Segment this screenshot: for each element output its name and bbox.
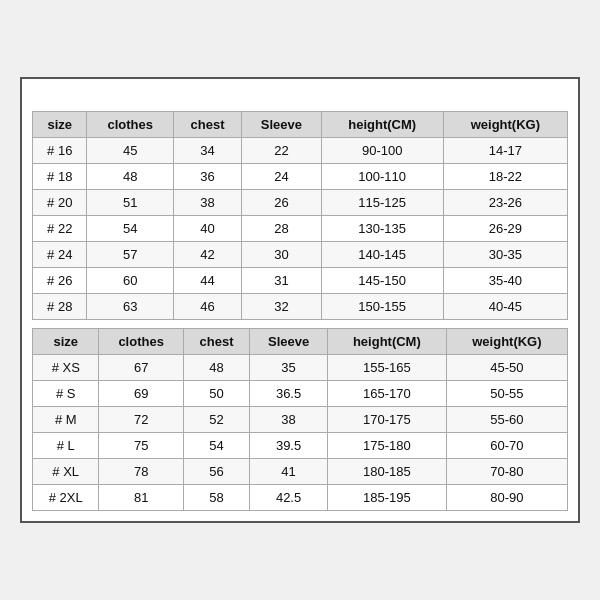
table-cell: 60 [87, 268, 173, 294]
table-cell: # 16 [33, 138, 87, 164]
table-row: # XL785641180-18570-80 [33, 459, 568, 485]
table-cell: 35 [250, 355, 328, 381]
column-header: height(CM) [321, 112, 443, 138]
table-cell: # 18 [33, 164, 87, 190]
table-cell: 45 [87, 138, 173, 164]
table-cell: 70-80 [446, 459, 567, 485]
column-header: clothes [99, 329, 183, 355]
table-cell: 26 [242, 190, 322, 216]
table-cell: 130-135 [321, 216, 443, 242]
table-cell: # XS [33, 355, 99, 381]
table-cell: 14-17 [443, 138, 567, 164]
table-cell: 50-55 [446, 381, 567, 407]
table-cell: 54 [87, 216, 173, 242]
table-cell: # XL [33, 459, 99, 485]
chart-title [32, 89, 568, 111]
table-cell: 52 [183, 407, 249, 433]
table-cell: 18-22 [443, 164, 567, 190]
table-cell: 51 [87, 190, 173, 216]
table-cell: 23-26 [443, 190, 567, 216]
table-cell: 28 [242, 216, 322, 242]
table-cell: 41 [250, 459, 328, 485]
table-cell: 170-175 [327, 407, 446, 433]
table-cell: 22 [242, 138, 322, 164]
table-cell: # 24 [33, 242, 87, 268]
table-cell: 56 [183, 459, 249, 485]
table-cell: 58 [183, 485, 249, 511]
table-row: # 28634632150-15540-45 [33, 294, 568, 320]
table2-header-row: sizeclotheschestSleeveheight(CM)weight(K… [33, 329, 568, 355]
table-cell: 185-195 [327, 485, 446, 511]
table-cell: 150-155 [321, 294, 443, 320]
table-cell: 48 [183, 355, 249, 381]
table-row: # S695036.5165-17050-55 [33, 381, 568, 407]
table-cell: 63 [87, 294, 173, 320]
column-header: size [33, 112, 87, 138]
table-cell: 36.5 [250, 381, 328, 407]
table-cell: 55-60 [446, 407, 567, 433]
table-row: # 2XL815842.5185-19580-90 [33, 485, 568, 511]
table-row: # 24574230140-14530-35 [33, 242, 568, 268]
table-cell: 40-45 [443, 294, 567, 320]
table-cell: 175-180 [327, 433, 446, 459]
column-header: height(CM) [327, 329, 446, 355]
table-cell: 40 [173, 216, 241, 242]
table-cell: 24 [242, 164, 322, 190]
size-table-2: sizeclotheschestSleeveheight(CM)weight(K… [32, 328, 568, 511]
table-cell: 36 [173, 164, 241, 190]
column-header: weight(KG) [446, 329, 567, 355]
table-cell: 48 [87, 164, 173, 190]
table-cell: 78 [99, 459, 183, 485]
table-cell: 75 [99, 433, 183, 459]
table-cell: 31 [242, 268, 322, 294]
table-cell: 54 [183, 433, 249, 459]
table-cell: 165-170 [327, 381, 446, 407]
column-header: chest [183, 329, 249, 355]
table-row: # 22544028130-13526-29 [33, 216, 568, 242]
table-cell: 140-145 [321, 242, 443, 268]
table-cell: # 26 [33, 268, 87, 294]
table-cell: # M [33, 407, 99, 433]
size-table-1: sizeclotheschestSleeveheight(CM)weight(K… [32, 111, 568, 320]
column-header: chest [173, 112, 241, 138]
table-cell: 44 [173, 268, 241, 294]
table-cell: 100-110 [321, 164, 443, 190]
table-cell: 45-50 [446, 355, 567, 381]
table-cell: # 20 [33, 190, 87, 216]
table-cell: 42.5 [250, 485, 328, 511]
table-cell: 35-40 [443, 268, 567, 294]
table-row: # XS674835155-16545-50 [33, 355, 568, 381]
table-cell: 38 [173, 190, 241, 216]
table-cell: # 22 [33, 216, 87, 242]
table-row: # 26604431145-15035-40 [33, 268, 568, 294]
table-cell: 50 [183, 381, 249, 407]
table-cell: # S [33, 381, 99, 407]
column-header: Sleeve [242, 112, 322, 138]
table-cell: 67 [99, 355, 183, 381]
table-cell: 69 [99, 381, 183, 407]
table-cell: 145-150 [321, 268, 443, 294]
column-header: size [33, 329, 99, 355]
table-cell: 46 [173, 294, 241, 320]
table-cell: 60-70 [446, 433, 567, 459]
table-cell: 57 [87, 242, 173, 268]
column-header: weight(KG) [443, 112, 567, 138]
chart-container: sizeclotheschestSleeveheight(CM)weight(K… [20, 77, 580, 523]
table1-header-row: sizeclotheschestSleeveheight(CM)weight(K… [33, 112, 568, 138]
table-row: # 1645342290-10014-17 [33, 138, 568, 164]
table-row: # M725238170-17555-60 [33, 407, 568, 433]
table-row: # 18483624100-11018-22 [33, 164, 568, 190]
column-header: clothes [87, 112, 173, 138]
table-cell: 155-165 [327, 355, 446, 381]
table-cell: # 2XL [33, 485, 99, 511]
column-header: Sleeve [250, 329, 328, 355]
table-cell: # L [33, 433, 99, 459]
table-cell: 39.5 [250, 433, 328, 459]
table-cell: 115-125 [321, 190, 443, 216]
table-cell: 72 [99, 407, 183, 433]
table-cell: 42 [173, 242, 241, 268]
table-row: # L755439.5175-18060-70 [33, 433, 568, 459]
table-cell: 30-35 [443, 242, 567, 268]
table-cell: 32 [242, 294, 322, 320]
table-cell: 80-90 [446, 485, 567, 511]
